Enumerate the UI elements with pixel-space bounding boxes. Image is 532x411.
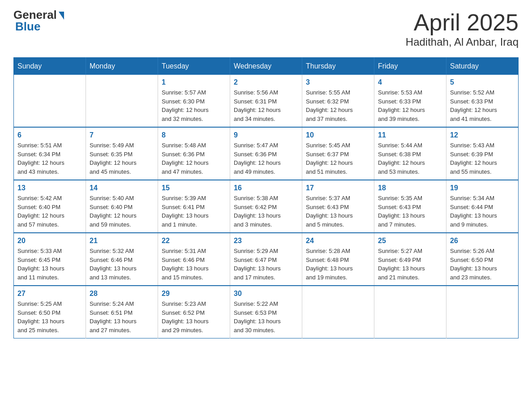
calendar-cell: 4Sunrise: 5:53 AM Sunset: 6:33 PM Daylig… [374,75,446,127]
day-info: Sunrise: 5:51 AM Sunset: 6:34 PM Dayligh… [17,141,82,176]
logo-arrow-icon [59,12,64,20]
day-info: Sunrise: 5:55 AM Sunset: 6:32 PM Dayligh… [306,88,370,123]
day-number: 29 [162,290,226,298]
day-number: 24 [306,237,370,245]
day-info: Sunrise: 5:47 AM Sunset: 6:36 PM Dayligh… [234,141,298,176]
day-info: Sunrise: 5:31 AM Sunset: 6:46 PM Dayligh… [162,247,226,282]
page-header: General Blue April 2025 Hadithah, Al Anb… [13,9,519,48]
calendar-week-row: 27Sunrise: 5:25 AM Sunset: 6:50 PM Dayli… [14,286,519,338]
title-section: April 2025 Hadithah, Al Anbar, Iraq [406,9,519,48]
day-info: Sunrise: 5:24 AM Sunset: 6:51 PM Dayligh… [90,300,154,334]
day-number: 16 [234,184,298,192]
day-info: Sunrise: 5:40 AM Sunset: 6:40 PM Dayligh… [90,194,154,229]
day-number: 12 [450,131,515,139]
day-info: Sunrise: 5:52 AM Sunset: 6:33 PM Dayligh… [450,88,515,123]
calendar-cell [374,286,446,338]
calendar-cell: 18Sunrise: 5:35 AM Sunset: 6:43 PM Dayli… [374,180,446,233]
calendar-cell: 29Sunrise: 5:23 AM Sunset: 6:52 PM Dayli… [158,286,230,338]
calendar-cell: 19Sunrise: 5:34 AM Sunset: 6:44 PM Dayli… [446,180,519,233]
calendar-header-sunday: Sunday [14,58,86,75]
day-info: Sunrise: 5:42 AM Sunset: 6:40 PM Dayligh… [17,194,82,229]
calendar-cell: 17Sunrise: 5:37 AM Sunset: 6:43 PM Dayli… [302,180,374,233]
calendar-header-tuesday: Tuesday [158,58,230,75]
day-info: Sunrise: 5:25 AM Sunset: 6:50 PM Dayligh… [17,300,82,334]
day-number: 23 [234,237,298,245]
calendar-cell: 2Sunrise: 5:56 AM Sunset: 6:31 PM Daylig… [230,75,302,127]
calendar-cell: 21Sunrise: 5:32 AM Sunset: 6:46 PM Dayli… [86,233,158,286]
day-number: 11 [378,131,442,139]
calendar-week-row: 20Sunrise: 5:33 AM Sunset: 6:45 PM Dayli… [14,233,519,286]
calendar-title: April 2025 [406,9,519,36]
day-number: 18 [378,184,442,192]
calendar-week-row: 1Sunrise: 5:57 AM Sunset: 6:30 PM Daylig… [14,75,519,127]
day-number: 6 [17,131,82,139]
calendar-cell: 22Sunrise: 5:31 AM Sunset: 6:46 PM Dayli… [158,233,230,286]
day-number: 21 [90,237,154,245]
day-number: 20 [17,237,82,245]
calendar-cell: 25Sunrise: 5:27 AM Sunset: 6:49 PM Dayli… [374,233,446,286]
calendar-cell: 6Sunrise: 5:51 AM Sunset: 6:34 PM Daylig… [14,127,86,180]
day-info: Sunrise: 5:26 AM Sunset: 6:50 PM Dayligh… [450,247,515,282]
logo-general: General [13,9,64,21]
day-info: Sunrise: 5:28 AM Sunset: 6:48 PM Dayligh… [306,247,370,282]
day-info: Sunrise: 5:22 AM Sunset: 6:53 PM Dayligh… [234,300,298,334]
calendar-header-thursday: Thursday [302,58,374,75]
day-number: 10 [306,131,370,139]
logo-blue-text: Blue [14,21,64,32]
calendar-cell [86,75,158,127]
calendar-week-row: 6Sunrise: 5:51 AM Sunset: 6:34 PM Daylig… [14,127,519,180]
day-number: 30 [234,290,298,298]
calendar-header-wednesday: Wednesday [230,58,302,75]
calendar-cell: 5Sunrise: 5:52 AM Sunset: 6:33 PM Daylig… [446,75,519,127]
calendar-cell: 1Sunrise: 5:57 AM Sunset: 6:30 PM Daylig… [158,75,230,127]
calendar-cell: 9Sunrise: 5:47 AM Sunset: 6:36 PM Daylig… [230,127,302,180]
day-number: 26 [450,237,515,245]
calendar-cell: 13Sunrise: 5:42 AM Sunset: 6:40 PM Dayli… [14,180,86,233]
day-info: Sunrise: 5:43 AM Sunset: 6:39 PM Dayligh… [450,141,515,176]
day-info: Sunrise: 5:29 AM Sunset: 6:47 PM Dayligh… [234,247,298,282]
day-info: Sunrise: 5:27 AM Sunset: 6:49 PM Dayligh… [378,247,442,282]
day-info: Sunrise: 5:48 AM Sunset: 6:36 PM Dayligh… [162,141,226,176]
day-number: 15 [162,184,226,192]
day-info: Sunrise: 5:35 AM Sunset: 6:43 PM Dayligh… [378,194,442,229]
calendar-cell: 7Sunrise: 5:49 AM Sunset: 6:35 PM Daylig… [86,127,158,180]
day-info: Sunrise: 5:37 AM Sunset: 6:43 PM Dayligh… [306,194,370,229]
calendar-cell: 3Sunrise: 5:55 AM Sunset: 6:32 PM Daylig… [302,75,374,127]
day-number: 9 [234,131,298,139]
calendar-cell: 28Sunrise: 5:24 AM Sunset: 6:51 PM Dayli… [86,286,158,338]
calendar-cell: 30Sunrise: 5:22 AM Sunset: 6:53 PM Dayli… [230,286,302,338]
day-info: Sunrise: 5:45 AM Sunset: 6:37 PM Dayligh… [306,141,370,176]
day-info: Sunrise: 5:44 AM Sunset: 6:38 PM Dayligh… [378,141,442,176]
calendar-cell: 12Sunrise: 5:43 AM Sunset: 6:39 PM Dayli… [446,127,519,180]
day-info: Sunrise: 5:23 AM Sunset: 6:52 PM Dayligh… [162,300,226,334]
day-number: 3 [306,78,370,86]
day-number: 2 [234,78,298,86]
calendar-cell [302,286,374,338]
calendar-cell [14,75,86,127]
calendar-cell: 16Sunrise: 5:38 AM Sunset: 6:42 PM Dayli… [230,180,302,233]
day-number: 1 [162,78,226,86]
day-number: 7 [90,131,154,139]
calendar-cell: 24Sunrise: 5:28 AM Sunset: 6:48 PM Dayli… [302,233,374,286]
day-number: 25 [378,237,442,245]
calendar-cell: 23Sunrise: 5:29 AM Sunset: 6:47 PM Dayli… [230,233,302,286]
calendar-header-row: SundayMondayTuesdayWednesdayThursdayFrid… [14,58,519,75]
calendar-week-row: 13Sunrise: 5:42 AM Sunset: 6:40 PM Dayli… [14,180,519,233]
calendar-cell: 11Sunrise: 5:44 AM Sunset: 6:38 PM Dayli… [374,127,446,180]
calendar-subtitle: Hadithah, Al Anbar, Iraq [406,36,519,48]
calendar-header-saturday: Saturday [446,58,519,75]
day-number: 5 [450,78,515,86]
calendar-cell: 20Sunrise: 5:33 AM Sunset: 6:45 PM Dayli… [14,233,86,286]
logo-general-text: General [13,9,57,21]
day-info: Sunrise: 5:38 AM Sunset: 6:42 PM Dayligh… [234,194,298,229]
day-number: 28 [90,290,154,298]
calendar-cell: 8Sunrise: 5:48 AM Sunset: 6:36 PM Daylig… [158,127,230,180]
day-info: Sunrise: 5:56 AM Sunset: 6:31 PM Dayligh… [234,88,298,123]
calendar-cell: 10Sunrise: 5:45 AM Sunset: 6:37 PM Dayli… [302,127,374,180]
calendar-cell: 15Sunrise: 5:39 AM Sunset: 6:41 PM Dayli… [158,180,230,233]
calendar-table: SundayMondayTuesdayWednesdayThursdayFrid… [13,57,519,338]
day-info: Sunrise: 5:34 AM Sunset: 6:44 PM Dayligh… [450,194,515,229]
calendar-cell: 14Sunrise: 5:40 AM Sunset: 6:40 PM Dayli… [86,180,158,233]
day-info: Sunrise: 5:33 AM Sunset: 6:45 PM Dayligh… [17,247,82,282]
day-info: Sunrise: 5:57 AM Sunset: 6:30 PM Dayligh… [162,88,226,123]
